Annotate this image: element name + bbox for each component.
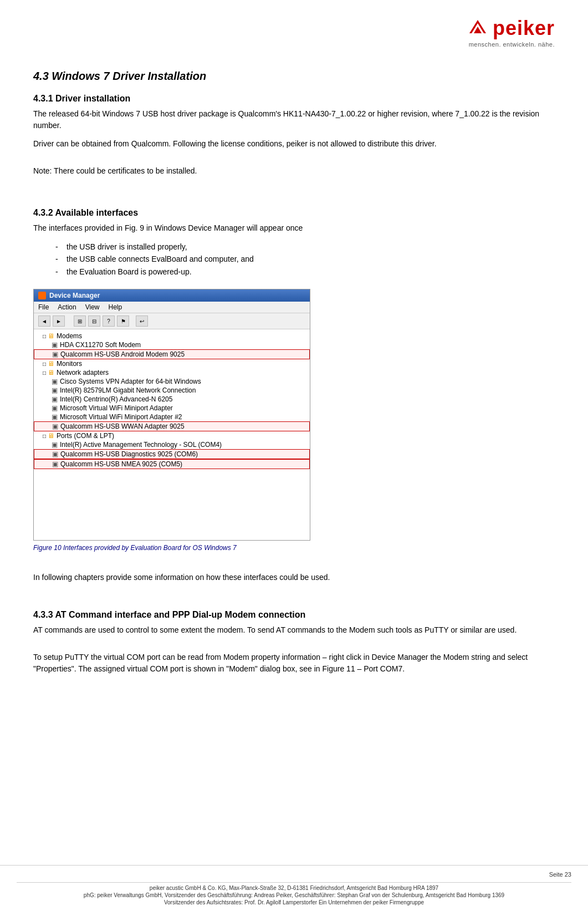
logo-tagline: menschen. entwickeln. nähe. — [469, 41, 555, 48]
dm-toolbar-btn3[interactable]: ? — [103, 315, 115, 327]
dm-tree-diag: ▣ Qualcomm HS-USB Diagnostics 9025 (COM6… — [34, 449, 310, 459]
header: peiker menschen. entwickeln. nähe. — [33, 17, 555, 53]
dm-menu-bar: File Action View Help — [34, 302, 310, 313]
dm-tree-wwan: ▣ Qualcomm HS-USB WWAN Adapter 9025 — [34, 421, 310, 431]
section-4-3-1-para1: The released 64-bit Windows 7 USB host d… — [33, 108, 555, 131]
list-item-2: the USB cable connects EvalBoard and com… — [55, 253, 555, 265]
dm-device-icon-1: ▣ — [52, 341, 58, 349]
after-figure-text: In following chapters provide some infor… — [33, 572, 555, 583]
dm-title-text: Device Manager — [49, 292, 100, 299]
peiker-logo-icon — [467, 18, 488, 39]
dm-expand-network: □ — [43, 370, 46, 376]
dm-menu-view[interactable]: View — [85, 303, 100, 311]
footer-separator — [17, 882, 571, 883]
dm-intel-sol-label: Intel(R) Active Management Technology - … — [60, 441, 222, 449]
dm-device-icon-6: ▣ — [52, 404, 58, 412]
section-4-3-2-heading: 4.3.2 Available interfaces — [33, 208, 555, 218]
section-4-3-1-para3: Note: There could be certificates to be … — [33, 165, 555, 177]
dm-tree-ports: □ 🖥 Ports (COM & LPT) — [34, 431, 310, 440]
dm-tree-intel-sol: ▣ Intel(R) Active Management Technology … — [34, 440, 310, 449]
dm-tree-cisco: ▣ Cisco Systems VPN Adapter for 64-bit W… — [34, 377, 310, 386]
footer-line1: peiker acustic GmbH & Co. KG, Max-Planck… — [17, 885, 571, 891]
figure-caption: Figure 10 Interfaces provided by Evaluat… — [33, 544, 555, 552]
dm-device-icon-4: ▣ — [52, 386, 58, 394]
dm-network-label: Network adapters — [57, 369, 109, 376]
dm-intel-gigabit-label: Intel(R) 82579LM Gigabit Network Connect… — [60, 386, 196, 394]
dm-tree-android-modem: ▣ Qualcomm HS-USB Android Modem 9025 — [34, 349, 310, 359]
dm-tree-network: □ 🖥 Network adapters — [34, 368, 310, 377]
dm-modems-label: Modems — [57, 332, 82, 340]
dm-device-icon-8: ▣ — [52, 423, 58, 430]
dm-toolbar-btn1[interactable]: ⊞ — [74, 315, 86, 327]
section-4-3-1-heading: 4.3.1 Driver installation — [33, 94, 555, 104]
dm-toolbar-btn5[interactable]: ↩ — [136, 315, 148, 327]
dm-ms-wifi2-label: Microsoft Virtual WiFi Miniport Adapter … — [60, 413, 182, 421]
dm-diag-label: Qualcomm HS-USB Diagnostics 9025 (COM6) — [60, 450, 198, 458]
dm-toolbar-back[interactable]: ◄ — [38, 315, 50, 327]
dm-device-icon-11: ▣ — [52, 460, 58, 468]
dm-device-icon-10: ▣ — [52, 450, 58, 458]
footer-line3: Vorsitzender des Aufsichtsrates: Prof. D… — [17, 899, 571, 905]
dm-expand-ports: □ — [43, 433, 46, 439]
dm-tree-nmea: ▣ Qualcomm HS-USB NMEA 9025 (COM5) — [34, 459, 310, 469]
footer-page-num: Seite 23 — [17, 871, 571, 878]
dm-folder-monitors-icon: 🖥 — [48, 360, 54, 368]
footer: Seite 23 peiker acustic GmbH & Co. KG, M… — [0, 865, 588, 911]
dm-toolbar-forward[interactable]: ► — [53, 315, 65, 327]
dm-toolbar-btn2[interactable]: ⊟ — [88, 315, 100, 327]
dm-nmea-label: Qualcomm HS-USB NMEA 9025 (COM5) — [60, 460, 182, 468]
dm-monitors-label: Monitors — [57, 360, 82, 368]
dm-expand-modems: □ — [43, 333, 46, 339]
dm-toolbar: ◄ ► ⊞ ⊟ ? ⚑ ↩ — [34, 313, 310, 329]
section-4-3-3-para1: AT commands are used to control to some … — [33, 624, 555, 636]
page-container: peiker menschen. entwickeln. nähe. 4.3 W… — [0, 0, 588, 911]
dm-device-icon-9: ▣ — [52, 441, 58, 449]
dm-folder-network-icon: 🖥 — [48, 369, 54, 376]
dm-cisco-label: Cisco Systems VPN Adapter for 64-bit Win… — [60, 378, 201, 385]
dm-android-modem-label: Qualcomm HS-USB Android Modem 9025 — [60, 350, 185, 358]
dm-ports-label: Ports (COM & LPT) — [57, 432, 114, 440]
dm-intel-centrino-label: Intel(R) Centrino(R) Advanced-N 6205 — [60, 395, 172, 403]
dm-tree-intel-centrino: ▣ Intel(R) Centrino(R) Advanced-N 6205 — [34, 395, 310, 404]
dm-menu-file[interactable]: File — [38, 303, 49, 311]
dm-device-icon-7: ▣ — [52, 413, 58, 421]
section-4-3-3-para2: To setup PuTTY the virtual COM port can … — [33, 652, 555, 675]
dm-tree-ms-wifi2: ▣ Microsoft Virtual WiFi Miniport Adapte… — [34, 413, 310, 421]
dm-device-icon-2: ▣ — [52, 350, 58, 358]
section-4-3-1-para2: Driver can be obtained from Qualcomm. Fo… — [33, 138, 555, 150]
dm-title-icon — [38, 292, 46, 299]
dm-device-icon-5: ▣ — [52, 395, 58, 403]
logo-area: peiker menschen. entwickeln. nähe. — [467, 17, 555, 48]
dm-device-icon-3: ▣ — [52, 378, 58, 385]
dm-expand-monitors: □ — [43, 361, 46, 367]
section-4-3-2-intro: The interfaces provided in Fig. 9 in Win… — [33, 222, 555, 234]
dm-tree-ms-wifi1: ▣ Microsoft Virtual WiFi Miniport Adapte… — [34, 404, 310, 413]
footer-line2: phG: peiker Verwaltungs GmbH, Vorsitzend… — [17, 892, 571, 898]
dm-ms-wifi1-label: Microsoft Virtual WiFi Miniport Adapter — [60, 404, 173, 412]
dm-tree-intel-gigabit: ▣ Intel(R) 82579LM Gigabit Network Conne… — [34, 386, 310, 395]
dm-wwan-label: Qualcomm HS-USB WWAN Adapter 9025 — [60, 423, 185, 430]
dm-toolbar-btn4[interactable]: ⚑ — [117, 315, 129, 327]
dm-folder-ports-icon: 🖥 — [48, 432, 54, 440]
logo-brand: peiker — [467, 17, 555, 40]
interfaces-list: the USB driver is installed properly, th… — [55, 241, 555, 278]
list-item-1: the USB driver is installed properly, — [55, 241, 555, 253]
dm-folder-modems-icon: 🖥 — [48, 332, 54, 340]
dm-tree-soft-modem: ▣ HDA CX11270 Soft Modem — [34, 340, 310, 349]
dm-soft-modem-label: HDA CX11270 Soft Modem — [60, 341, 141, 349]
section-4-3-3-heading: 4.3.3 AT Command interface and PPP Dial-… — [33, 610, 555, 620]
section-4-3-heading: 4.3 Windows 7 Driver Installation — [33, 70, 555, 83]
list-item-3: the Evaluation Board is powered-up. — [55, 266, 555, 278]
dm-title-bar: Device Manager — [34, 289, 310, 302]
dm-tree-monitors: □ 🖥 Monitors — [34, 359, 310, 368]
dm-menu-action[interactable]: Action — [58, 303, 76, 311]
dm-menu-help[interactable]: Help — [109, 303, 122, 311]
device-manager-screenshot: Device Manager File Action View Help ◄ ►… — [33, 289, 310, 541]
logo-text: peiker — [493, 17, 555, 40]
dm-tree-content: □ 🖥 Modems ▣ HDA CX11270 Soft Modem ▣ Qu… — [34, 329, 310, 540]
dm-tree-modems: □ 🖥 Modems — [34, 332, 310, 340]
